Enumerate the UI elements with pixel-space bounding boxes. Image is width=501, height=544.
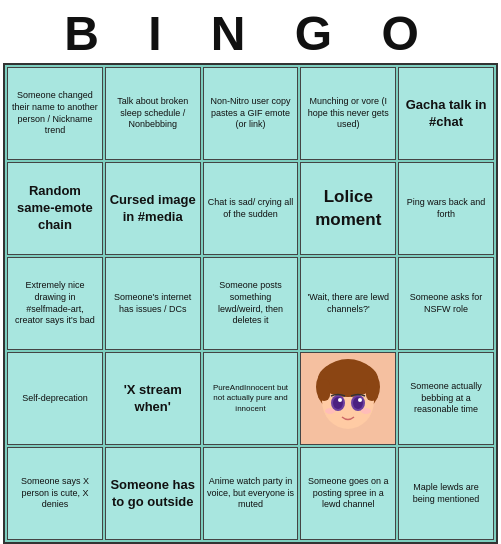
cell-text-12: Someone posts something lewd/weird, then…: [207, 280, 295, 327]
cell-text-20: Someone says X person is cute, X denies: [11, 476, 99, 511]
cell-text-3: Munching or vore (I hope this never gets…: [304, 96, 392, 131]
cell-text-0: Someone changed their name to another pe…: [11, 90, 99, 137]
cell-15: Self-deprecation: [7, 352, 103, 445]
svg-rect-4: [366, 379, 378, 401]
cell-14: Someone asks for NSFW role: [398, 257, 494, 350]
cell-text-14: Someone asks for NSFW role: [402, 292, 490, 315]
cell-text-10: Extremely nice drawing in #selfmade-art,…: [11, 280, 99, 327]
cell-1: Talk about broken sleep schedule / Nonbe…: [105, 67, 201, 160]
cell-13: 'Wait, there are lewd channels?': [300, 257, 396, 350]
cell-16: 'X stream when': [105, 352, 201, 445]
cell-5: Random same-emote chain: [7, 162, 103, 255]
svg-point-9: [338, 398, 342, 402]
cell-text-17: PureAndInnocent but not actually pure an…: [207, 383, 295, 414]
cell-6: Cursed image in #media: [105, 162, 201, 255]
cell-2: Non-Nitro user copy pastes a GIF emote (…: [203, 67, 299, 160]
cell-23: Someone goes on a posting spree in a lew…: [300, 447, 396, 540]
cell-text-8: Lolice moment: [304, 186, 392, 230]
cell-17: PureAndInnocent but not actually pure an…: [203, 352, 299, 445]
cell-text-5: Random same-emote chain: [11, 183, 99, 234]
cell-8: Lolice moment: [300, 162, 396, 255]
svg-point-11: [325, 408, 335, 414]
cell-text-1: Talk about broken sleep schedule / Nonbe…: [109, 96, 197, 131]
cell-text-9: Ping wars back and forth: [402, 197, 490, 220]
cell-text-15: Self-deprecation: [22, 393, 88, 405]
cell-text-7: Chat is sad/ crying all of the sudden: [207, 197, 295, 220]
cell-text-21: Someone has to go outside: [109, 477, 197, 511]
svg-point-10: [358, 398, 362, 402]
cell-text-11: Someone's internet has issues / DCs: [109, 292, 197, 315]
bingo-grid: Someone changed their name to another pe…: [3, 63, 498, 544]
cell-text-16: 'X stream when': [109, 382, 197, 416]
cell-3: Munching or vore (I hope this never gets…: [300, 67, 396, 160]
cell-22: Anime watch party in voice, but everyone…: [203, 447, 299, 540]
cell-text-24: Maple lewds are being mentioned: [402, 482, 490, 505]
cell-12: Someone posts something lewd/weird, then…: [203, 257, 299, 350]
cell-18: [300, 352, 396, 445]
cell-text-22: Anime watch party in voice, but everyone…: [207, 476, 295, 511]
svg-point-12: [361, 408, 371, 414]
cell-text-23: Someone goes on a posting spree in a lew…: [304, 476, 392, 511]
cell-21: Someone has to go outside: [105, 447, 201, 540]
cell-24: Maple lewds are being mentioned: [398, 447, 494, 540]
cell-text-2: Non-Nitro user copy pastes a GIF emote (…: [207, 96, 295, 131]
cell-4: Gacha talk in #chat: [398, 67, 494, 160]
cell-text-19: Someone actually bebbing at a reasonable…: [402, 381, 490, 416]
cell-10: Extremely nice drawing in #selfmade-art,…: [7, 257, 103, 350]
bingo-title: B I N G O: [0, 0, 501, 63]
cell-7: Chat is sad/ crying all of the sudden: [203, 162, 299, 255]
cell-text-13: 'Wait, there are lewd channels?': [304, 292, 392, 315]
svg-rect-3: [318, 379, 330, 401]
cell-11: Someone's internet has issues / DCs: [105, 257, 201, 350]
cell-text-4: Gacha talk in #chat: [402, 97, 490, 131]
cell-0: Someone changed their name to another pe…: [7, 67, 103, 160]
cell-20: Someone says X person is cute, X denies: [7, 447, 103, 540]
cell-text-6: Cursed image in #media: [109, 192, 197, 226]
cell-9: Ping wars back and forth: [398, 162, 494, 255]
cell-19: Someone actually bebbing at a reasonable…: [398, 352, 494, 445]
